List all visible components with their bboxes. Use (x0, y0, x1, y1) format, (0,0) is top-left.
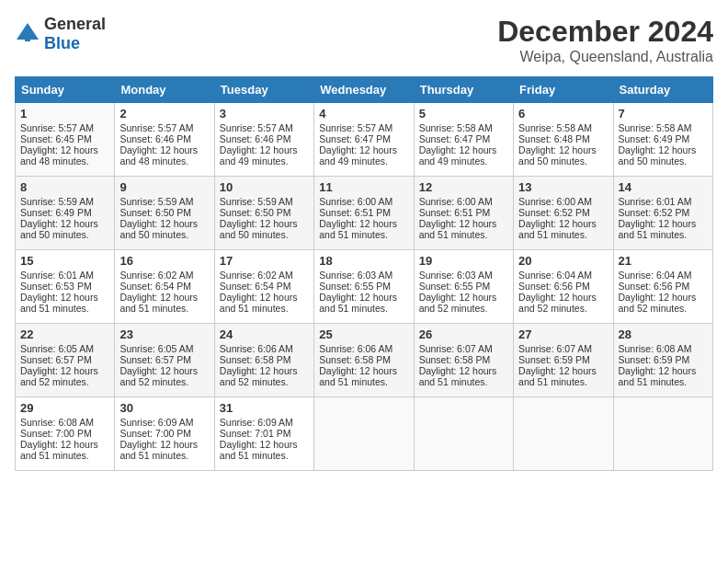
page-header: General Blue December 2024 Weipa, Queens… (15, 15, 713, 65)
day-info: Sunrise: 5:58 AM Sunset: 6:48 PM Dayligh… (518, 122, 597, 167)
calendar-cell: 29Sunrise: 6:08 AM Sunset: 7:00 PM Dayli… (16, 397, 115, 471)
calendar-cell (613, 397, 712, 471)
logo-blue-text: Blue (44, 34, 80, 52)
calendar-week-5: 29Sunrise: 6:08 AM Sunset: 7:00 PM Dayli… (16, 397, 713, 471)
calendar-cell: 18Sunrise: 6:03 AM Sunset: 6:55 PM Dayli… (314, 250, 414, 324)
calendar-cell: 2Sunrise: 5:57 AM Sunset: 6:46 PM Daylig… (115, 103, 214, 177)
day-info: Sunrise: 6:00 AM Sunset: 6:52 PM Dayligh… (518, 196, 597, 240)
day-number: 8 (20, 180, 109, 194)
calendar-table: Sunday Monday Tuesday Wednesday Thursday… (15, 76, 713, 471)
day-info: Sunrise: 6:06 AM Sunset: 6:58 PM Dayligh… (319, 343, 397, 387)
day-info: Sunrise: 6:08 AM Sunset: 6:59 PM Dayligh… (619, 343, 697, 387)
day-number: 1 (20, 107, 109, 121)
day-info: Sunrise: 6:08 AM Sunset: 7:00 PM Dayligh… (20, 417, 98, 461)
day-info: Sunrise: 5:59 AM Sunset: 6:49 PM Dayligh… (20, 196, 98, 240)
calendar-cell: 26Sunrise: 6:07 AM Sunset: 6:58 PM Dayli… (414, 324, 513, 397)
col-saturday: Saturday (613, 77, 712, 103)
day-info: Sunrise: 6:02 AM Sunset: 6:54 PM Dayligh… (119, 270, 198, 314)
logo-icon (15, 21, 40, 47)
day-number: 22 (20, 327, 109, 341)
day-info: Sunrise: 6:04 AM Sunset: 6:56 PM Dayligh… (619, 270, 697, 314)
col-sunday: Sunday (16, 77, 115, 103)
day-number: 9 (119, 180, 209, 194)
calendar-cell: 14Sunrise: 6:01 AM Sunset: 6:52 PM Dayli… (613, 177, 712, 250)
calendar-cell: 7Sunrise: 5:58 AM Sunset: 6:49 PM Daylig… (613, 103, 712, 177)
day-info: Sunrise: 5:58 AM Sunset: 6:47 PM Dayligh… (419, 122, 497, 167)
day-info: Sunrise: 6:05 AM Sunset: 6:57 PM Dayligh… (20, 343, 98, 387)
calendar-cell: 13Sunrise: 6:00 AM Sunset: 6:52 PM Dayli… (514, 177, 613, 250)
day-number: 21 (619, 254, 708, 268)
day-info: Sunrise: 6:01 AM Sunset: 6:52 PM Dayligh… (619, 196, 697, 240)
col-wednesday: Wednesday (314, 77, 414, 103)
day-number: 20 (518, 254, 608, 268)
calendar-cell: 28Sunrise: 6:08 AM Sunset: 6:59 PM Dayli… (613, 324, 712, 397)
day-info: Sunrise: 6:06 AM Sunset: 6:58 PM Dayligh… (220, 343, 298, 387)
calendar-cell: 20Sunrise: 6:04 AM Sunset: 6:56 PM Dayli… (514, 250, 613, 324)
day-info: Sunrise: 6:05 AM Sunset: 6:57 PM Dayligh… (119, 343, 198, 387)
calendar-cell: 1Sunrise: 5:57 AM Sunset: 6:45 PM Daylig… (16, 103, 115, 177)
day-info: Sunrise: 5:59 AM Sunset: 6:50 PM Dayligh… (220, 196, 298, 240)
day-number: 19 (419, 254, 508, 268)
calendar-cell: 17Sunrise: 6:02 AM Sunset: 6:54 PM Dayli… (214, 250, 313, 324)
day-number: 28 (619, 327, 708, 341)
day-info: Sunrise: 5:58 AM Sunset: 6:49 PM Dayligh… (619, 122, 697, 167)
calendar-cell: 24Sunrise: 6:06 AM Sunset: 6:58 PM Dayli… (214, 324, 313, 397)
day-info: Sunrise: 6:04 AM Sunset: 6:56 PM Dayligh… (518, 270, 597, 314)
day-info: Sunrise: 6:07 AM Sunset: 6:58 PM Dayligh… (419, 343, 497, 387)
day-info: Sunrise: 6:03 AM Sunset: 6:55 PM Dayligh… (319, 270, 397, 314)
calendar-cell: 31Sunrise: 6:09 AM Sunset: 7:01 PM Dayli… (214, 397, 313, 471)
header-row: Sunday Monday Tuesday Wednesday Thursday… (16, 77, 713, 103)
col-thursday: Thursday (414, 77, 513, 103)
calendar-cell (314, 397, 414, 471)
calendar-week-4: 22Sunrise: 6:05 AM Sunset: 6:57 PM Dayli… (16, 324, 713, 397)
calendar-cell: 19Sunrise: 6:03 AM Sunset: 6:55 PM Dayli… (414, 250, 513, 324)
day-number: 5 (419, 107, 508, 121)
logo: General Blue (15, 15, 106, 53)
calendar-cell: 6Sunrise: 5:58 AM Sunset: 6:48 PM Daylig… (514, 103, 613, 177)
day-number: 11 (319, 180, 408, 194)
day-number: 2 (119, 107, 209, 121)
calendar-week-3: 15Sunrise: 6:01 AM Sunset: 6:53 PM Dayli… (16, 250, 713, 324)
day-info: Sunrise: 6:09 AM Sunset: 7:00 PM Dayligh… (119, 417, 198, 461)
calendar-cell: 22Sunrise: 6:05 AM Sunset: 6:57 PM Dayli… (16, 324, 115, 397)
day-number: 27 (518, 327, 608, 341)
calendar-cell: 4Sunrise: 5:57 AM Sunset: 6:47 PM Daylig… (314, 103, 414, 177)
day-info: Sunrise: 5:57 AM Sunset: 6:47 PM Dayligh… (319, 122, 397, 167)
calendar-week-2: 8Sunrise: 5:59 AM Sunset: 6:49 PM Daylig… (16, 177, 713, 250)
day-info: Sunrise: 6:03 AM Sunset: 6:55 PM Dayligh… (419, 270, 497, 314)
svg-rect-1 (25, 34, 30, 41)
day-info: Sunrise: 5:57 AM Sunset: 6:45 PM Dayligh… (20, 122, 98, 167)
calendar-cell: 11Sunrise: 6:00 AM Sunset: 6:51 PM Dayli… (314, 177, 414, 250)
day-number: 15 (20, 254, 109, 268)
day-number: 14 (619, 180, 708, 194)
calendar-cell: 21Sunrise: 6:04 AM Sunset: 6:56 PM Dayli… (613, 250, 712, 324)
calendar-cell: 23Sunrise: 6:05 AM Sunset: 6:57 PM Dayli… (115, 324, 214, 397)
calendar-cell: 9Sunrise: 5:59 AM Sunset: 6:50 PM Daylig… (115, 177, 214, 250)
day-info: Sunrise: 6:00 AM Sunset: 6:51 PM Dayligh… (419, 196, 497, 240)
day-info: Sunrise: 6:09 AM Sunset: 7:01 PM Dayligh… (220, 417, 298, 461)
col-monday: Monday (115, 77, 214, 103)
day-number: 10 (220, 180, 309, 194)
day-number: 16 (119, 254, 209, 268)
calendar-cell: 5Sunrise: 5:58 AM Sunset: 6:47 PM Daylig… (414, 103, 513, 177)
day-number: 25 (319, 327, 408, 341)
calendar-cell (514, 397, 613, 471)
calendar-cell: 16Sunrise: 6:02 AM Sunset: 6:54 PM Dayli… (115, 250, 214, 324)
calendar-cell: 12Sunrise: 6:00 AM Sunset: 6:51 PM Dayli… (414, 177, 513, 250)
day-info: Sunrise: 5:57 AM Sunset: 6:46 PM Dayligh… (220, 122, 298, 167)
day-number: 13 (518, 180, 608, 194)
calendar-cell: 30Sunrise: 6:09 AM Sunset: 7:00 PM Dayli… (115, 397, 214, 471)
day-number: 31 (220, 401, 309, 415)
calendar-cell: 27Sunrise: 6:07 AM Sunset: 6:59 PM Dayli… (514, 324, 613, 397)
col-friday: Friday (514, 77, 613, 103)
calendar-cell (414, 397, 513, 471)
day-number: 7 (619, 107, 708, 121)
day-number: 24 (220, 327, 309, 341)
day-info: Sunrise: 6:01 AM Sunset: 6:53 PM Dayligh… (20, 270, 98, 314)
calendar-cell: 15Sunrise: 6:01 AM Sunset: 6:53 PM Dayli… (16, 250, 115, 324)
day-number: 17 (220, 254, 309, 268)
day-number: 12 (419, 180, 508, 194)
day-number: 3 (220, 107, 309, 121)
day-info: Sunrise: 5:57 AM Sunset: 6:46 PM Dayligh… (119, 122, 198, 167)
day-info: Sunrise: 6:07 AM Sunset: 6:59 PM Dayligh… (518, 343, 597, 387)
